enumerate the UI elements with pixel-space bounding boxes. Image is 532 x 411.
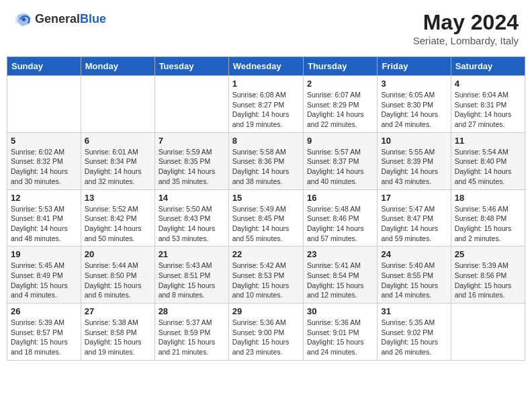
calendar-cell: 24Sunrise: 5:40 AMSunset: 8:55 PMDayligh… [378,246,451,304]
day-info: Sunrise: 5:41 AMSunset: 8:54 PMDaylight:… [307,261,373,300]
calendar-cell: 3Sunrise: 6:05 AMSunset: 8:30 PMDaylight… [378,76,451,133]
calendar-cell: 1Sunrise: 6:08 AMSunset: 8:27 PMDaylight… [228,76,303,133]
day-info: Sunrise: 5:40 AMSunset: 8:55 PMDaylight:… [381,261,447,300]
calendar-cell: 27Sunrise: 5:38 AMSunset: 8:58 PMDayligh… [81,304,154,361]
calendar-cell: 2Sunrise: 6:07 AMSunset: 8:29 PMDaylight… [303,76,377,133]
calendar-cell: 28Sunrise: 5:37 AMSunset: 8:59 PMDayligh… [154,304,228,361]
day-info: Sunrise: 5:54 AMSunset: 8:40 PMDaylight:… [455,147,521,187]
day-info: Sunrise: 5:55 AMSunset: 8:39 PMDaylight:… [381,147,447,187]
day-number: 11 [455,136,521,146]
day-number: 23 [307,249,373,259]
day-number: 12 [11,193,77,203]
day-info: Sunrise: 5:46 AMSunset: 8:48 PMDaylight:… [455,204,521,244]
calendar-cell: 17Sunrise: 5:47 AMSunset: 8:47 PMDayligh… [378,189,451,246]
calendar-cell: 5Sunrise: 6:02 AMSunset: 8:32 PMDaylight… [7,132,81,189]
day-number: 17 [381,193,447,203]
day-info: Sunrise: 5:45 AMSunset: 8:49 PMDaylight:… [11,261,77,300]
day-info: Sunrise: 5:47 AMSunset: 8:47 PMDaylight:… [381,204,447,244]
day-number: 19 [11,249,77,259]
calendar-cell: 7Sunrise: 5:59 AMSunset: 8:35 PMDaylight… [154,132,228,189]
page-header: GeneralBlue May 2024 Seriate, Lombardy, … [7,7,525,50]
day-info: Sunrise: 5:48 AMSunset: 8:46 PMDaylight:… [307,204,373,244]
calendar-cell: 21Sunrise: 5:43 AMSunset: 8:51 PMDayligh… [154,246,228,304]
col-header-sunday: Sunday [7,57,81,76]
col-header-thursday: Thursday [303,57,377,76]
day-number: 13 [85,193,151,203]
calendar-cell: 26Sunrise: 5:39 AMSunset: 8:57 PMDayligh… [7,304,81,361]
calendar-cell: 25Sunrise: 5:39 AMSunset: 8:56 PMDayligh… [451,246,525,304]
calendar-week-5: 26Sunrise: 5:39 AMSunset: 8:57 PMDayligh… [7,304,525,361]
title-block: May 2024 Seriate, Lombardy, Italy [413,10,519,46]
calendar-cell: 12Sunrise: 5:53 AMSunset: 8:41 PMDayligh… [7,189,81,246]
day-number: 22 [232,249,300,259]
day-info: Sunrise: 5:38 AMSunset: 8:58 PMDaylight:… [85,318,151,357]
day-number: 10 [381,136,447,146]
calendar-cell [81,76,154,133]
day-number: 16 [307,193,373,203]
day-number: 1 [232,79,300,89]
day-number: 2 [307,79,373,89]
day-number: 27 [85,306,151,316]
day-number: 5 [11,136,77,146]
day-number: 6 [85,136,151,146]
calendar-cell [7,76,81,133]
day-number: 8 [232,136,300,146]
col-header-saturday: Saturday [451,57,525,76]
col-header-wednesday: Wednesday [228,57,303,76]
day-number: 24 [381,249,447,259]
day-info: Sunrise: 5:39 AMSunset: 8:57 PMDaylight:… [11,318,77,357]
col-header-tuesday: Tuesday [154,57,228,76]
day-info: Sunrise: 6:04 AMSunset: 8:31 PMDaylight:… [455,90,521,130]
calendar-cell: 4Sunrise: 6:04 AMSunset: 8:31 PMDaylight… [451,76,525,133]
calendar-cell [451,304,525,361]
calendar-cell: 30Sunrise: 5:36 AMSunset: 9:01 PMDayligh… [303,304,377,361]
day-number: 25 [455,249,521,259]
calendar-cell: 15Sunrise: 5:49 AMSunset: 8:45 PMDayligh… [228,189,303,246]
logo: GeneralBlue [13,10,106,29]
calendar-cell: 9Sunrise: 5:57 AMSunset: 8:37 PMDaylight… [303,132,377,189]
calendar-cell: 19Sunrise: 5:45 AMSunset: 8:49 PMDayligh… [7,246,81,304]
day-number: 18 [455,193,521,203]
day-info: Sunrise: 5:39 AMSunset: 8:56 PMDaylight:… [455,261,521,300]
day-number: 4 [455,79,521,89]
location: Seriate, Lombardy, Italy [413,35,519,46]
calendar-cell: 29Sunrise: 5:36 AMSunset: 9:00 PMDayligh… [228,304,303,361]
day-number: 3 [381,79,447,89]
day-info: Sunrise: 5:44 AMSunset: 8:50 PMDaylight:… [85,261,151,300]
day-info: Sunrise: 5:57 AMSunset: 8:37 PMDaylight:… [307,147,373,187]
logo-icon [13,10,32,29]
day-info: Sunrise: 6:05 AMSunset: 8:30 PMDaylight:… [381,90,447,130]
day-info: Sunrise: 5:53 AMSunset: 8:41 PMDaylight:… [11,204,77,244]
svg-point-2 [22,17,26,21]
col-header-friday: Friday [378,57,451,76]
day-number: 28 [159,306,225,316]
calendar-cell: 8Sunrise: 5:58 AMSunset: 8:36 PMDaylight… [228,132,303,189]
day-info: Sunrise: 5:52 AMSunset: 8:42 PMDaylight:… [85,204,151,244]
calendar-header-row: SundayMondayTuesdayWednesdayThursdayFrid… [7,57,525,76]
day-number: 30 [307,306,373,316]
day-info: Sunrise: 5:49 AMSunset: 8:45 PMDaylight:… [232,204,300,244]
col-header-monday: Monday [81,57,154,76]
calendar-cell: 23Sunrise: 5:41 AMSunset: 8:54 PMDayligh… [303,246,377,304]
month-year: May 2024 [413,10,519,35]
day-info: Sunrise: 5:58 AMSunset: 8:36 PMDaylight:… [232,147,300,187]
calendar-cell [154,76,228,133]
calendar-cell: 18Sunrise: 5:46 AMSunset: 8:48 PMDayligh… [451,189,525,246]
calendar-table: SundayMondayTuesdayWednesdayThursdayFrid… [7,56,525,361]
calendar-cell: 31Sunrise: 5:35 AMSunset: 9:02 PMDayligh… [378,304,451,361]
calendar-cell: 6Sunrise: 6:01 AMSunset: 8:34 PMDaylight… [81,132,154,189]
calendar-week-4: 19Sunrise: 5:45 AMSunset: 8:49 PMDayligh… [7,246,525,304]
calendar-week-3: 12Sunrise: 5:53 AMSunset: 8:41 PMDayligh… [7,189,525,246]
calendar-cell: 13Sunrise: 5:52 AMSunset: 8:42 PMDayligh… [81,189,154,246]
day-number: 31 [381,306,447,316]
calendar-cell: 22Sunrise: 5:42 AMSunset: 8:53 PMDayligh… [228,246,303,304]
day-info: Sunrise: 5:35 AMSunset: 9:02 PMDaylight:… [381,318,447,357]
day-number: 15 [232,193,300,203]
day-info: Sunrise: 5:59 AMSunset: 8:35 PMDaylight:… [159,147,225,187]
day-info: Sunrise: 5:36 AMSunset: 9:00 PMDaylight:… [232,318,300,357]
day-info: Sunrise: 6:01 AMSunset: 8:34 PMDaylight:… [85,147,151,187]
day-number: 29 [232,306,300,316]
logo-text: GeneralBlue [35,13,106,26]
calendar-week-1: 1Sunrise: 6:08 AMSunset: 8:27 PMDaylight… [7,76,525,133]
day-number: 7 [159,136,225,146]
